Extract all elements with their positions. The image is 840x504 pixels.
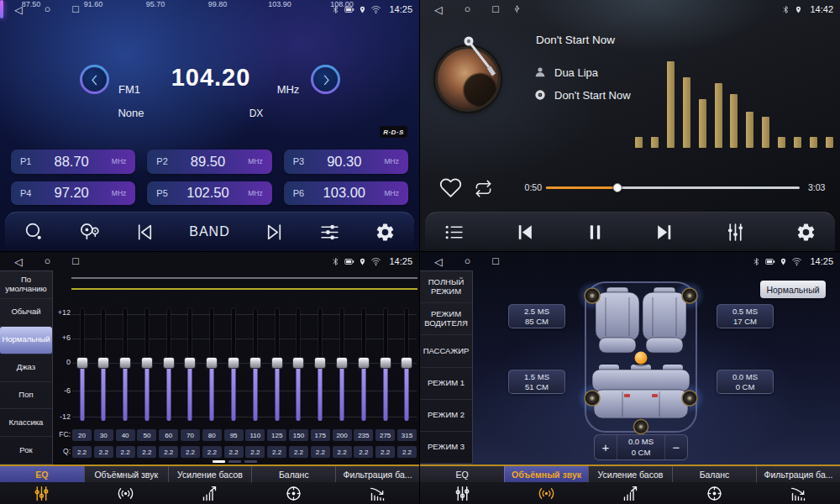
radio-preset-button[interactable]: P5 102.50 MHz [147, 181, 271, 206]
next-track-icon[interactable] [654, 222, 675, 243]
eq-band-slider[interactable] [181, 303, 200, 426]
page-dot[interactable] [244, 460, 257, 463]
listening-mode-item[interactable]: РЕЖИМ 1 [420, 368, 472, 400]
tab-balance[interactable]: Баланс [672, 466, 756, 504]
eq-band-slider[interactable] [333, 303, 352, 426]
tab-balance[interactable]: Баланс [251, 466, 335, 504]
favorite-heart-icon[interactable] [439, 176, 462, 202]
page-dot-active[interactable] [213, 460, 225, 463]
audio-sliders-icon[interactable] [725, 222, 746, 243]
radio-preset-button[interactable]: P6 103.00 MHz [284, 181, 408, 206]
eq-band-slider[interactable] [202, 303, 222, 426]
listening-mode-item[interactable]: РЕЖИМ 2 [420, 400, 472, 432]
eq-band-slider[interactable] [94, 303, 113, 426]
eq-preset-item[interactable]: Нормальный [0, 327, 52, 354]
nav-recents-icon[interactable]: □ [72, 3, 79, 15]
nav-recents-icon[interactable]: □ [492, 255, 499, 267]
tab-eq[interactable]: EQ [420, 466, 504, 504]
listening-mode-item[interactable]: ПОЛНЫЙ РЕЖИМ [420, 271, 472, 303]
listening-mode-item[interactable]: РЕЖИМ ВОДИТЕЛЯ [420, 303, 472, 335]
nav-home-icon[interactable]: ○ [465, 3, 471, 15]
eq-band-slider[interactable] [354, 303, 373, 426]
eq-preset-item[interactable]: Рок [0, 437, 52, 465]
front-right-delay-button[interactable]: 0.5 MS 17 CM [717, 304, 774, 328]
tab-surround-sound[interactable]: Объёмный звук [84, 466, 168, 504]
progress-slider[interactable] [546, 186, 800, 189]
slider-thumb[interactable] [119, 357, 131, 369]
eq-band-slider[interactable] [245, 303, 265, 426]
tab-filter[interactable]: Фильтрация ба... [335, 466, 419, 504]
slider-thumb[interactable] [401, 357, 412, 369]
eq-preset-item[interactable]: Обычай [0, 299, 52, 327]
nav-home-icon[interactable]: ○ [45, 3, 51, 15]
tab-filter[interactable]: Фильтрация ба... [756, 466, 840, 504]
eq-band-slider[interactable] [397, 303, 417, 426]
tab-bass-boost[interactable]: Усиление басов [168, 466, 252, 504]
decrease-button[interactable]: − [665, 435, 687, 459]
eq-preset-item[interactable]: Классика [0, 409, 52, 437]
nav-recents-icon[interactable]: □ [72, 255, 79, 267]
nav-home-icon[interactable]: ○ [45, 255, 51, 267]
eq-band-slider[interactable] [289, 303, 308, 426]
sound-profile-button[interactable]: Нормальный [760, 281, 826, 298]
eq-band-slider[interactable] [224, 303, 244, 426]
eq-preset-item[interactable]: По умолчанию [0, 271, 52, 299]
nav-back-icon[interactable]: ◁ [434, 3, 443, 16]
equalizer-icon[interactable] [319, 222, 340, 243]
band-button[interactable]: BAND [189, 224, 229, 239]
eq-band-slider[interactable] [311, 303, 330, 426]
radio-preset-button[interactable]: P1 88.70 MHz [11, 150, 135, 174]
eq-band-slider[interactable] [137, 303, 156, 426]
slider-thumb[interactable] [292, 357, 304, 369]
eq-band-slider[interactable] [267, 303, 286, 426]
rear-right-delay-button[interactable]: 0.0 MS 0 CM [717, 370, 774, 394]
listening-mode-item[interactable]: РЕЖИМ 3 [420, 432, 472, 464]
listening-position-marker[interactable] [635, 352, 648, 365]
settings-gear-icon[interactable] [375, 222, 396, 243]
tab-eq[interactable]: EQ [0, 466, 84, 504]
nav-back-icon[interactable]: ◁ [14, 3, 23, 16]
previous-track-icon[interactable] [514, 222, 535, 243]
slider-thumb[interactable] [76, 357, 88, 369]
nav-home-icon[interactable]: ○ [465, 255, 471, 267]
slider-thumb[interactable] [97, 357, 109, 369]
slider-thumb[interactable] [184, 357, 196, 369]
radio-preset-button[interactable]: P3 90.30 MHz [284, 150, 408, 174]
eq-band-slider[interactable] [375, 303, 395, 426]
radio-preset-button[interactable]: P4 97.20 MHz [11, 181, 135, 206]
slider-thumb[interactable] [228, 357, 239, 369]
listening-mode-item[interactable]: ПАССАЖИР [420, 335, 472, 367]
increase-button[interactable]: + [595, 435, 617, 459]
slider-thumb[interactable] [271, 357, 283, 369]
seek-up-button[interactable] [311, 65, 340, 94]
slider-thumb[interactable] [380, 357, 391, 369]
rear-left-delay-button[interactable]: 1.5 MS 51 CM [508, 370, 565, 394]
tab-bass-boost[interactable]: Усиление басов [588, 466, 672, 504]
album-art[interactable] [435, 46, 501, 112]
slider-thumb[interactable] [206, 357, 218, 369]
nav-back-icon[interactable]: ◁ [14, 255, 23, 268]
eq-band-slider[interactable] [159, 303, 178, 426]
tab-surround-sound[interactable]: Объёмный звук [504, 466, 588, 504]
scan-icon[interactable] [24, 222, 45, 243]
previous-station-icon[interactable] [134, 222, 155, 243]
seek-down-button[interactable] [80, 65, 109, 94]
slider-thumb[interactable] [358, 357, 370, 369]
nav-back-icon[interactable]: ◁ [434, 255, 443, 268]
slider-thumb[interactable] [163, 357, 175, 369]
settings-gear-icon[interactable] [795, 222, 816, 243]
broadcast-icon[interactable] [79, 222, 100, 243]
radio-preset-button[interactable]: P2 89.50 MHz [147, 150, 271, 174]
slider-thumb[interactable] [336, 357, 348, 369]
page-dot[interactable] [228, 460, 241, 463]
next-station-icon[interactable] [264, 222, 285, 243]
front-left-delay-button[interactable]: 2.5 MS 85 CM [508, 304, 565, 328]
playlist-icon[interactable] [444, 222, 465, 243]
pause-icon[interactable] [585, 222, 606, 243]
nav-recents-icon[interactable]: □ [492, 3, 499, 15]
repeat-icon[interactable] [474, 179, 493, 202]
progress-thumb[interactable] [612, 183, 622, 192]
slider-thumb[interactable] [249, 357, 261, 369]
eq-preset-item[interactable]: Джаз [0, 354, 52, 382]
eq-preset-item[interactable]: Поп [0, 382, 52, 410]
